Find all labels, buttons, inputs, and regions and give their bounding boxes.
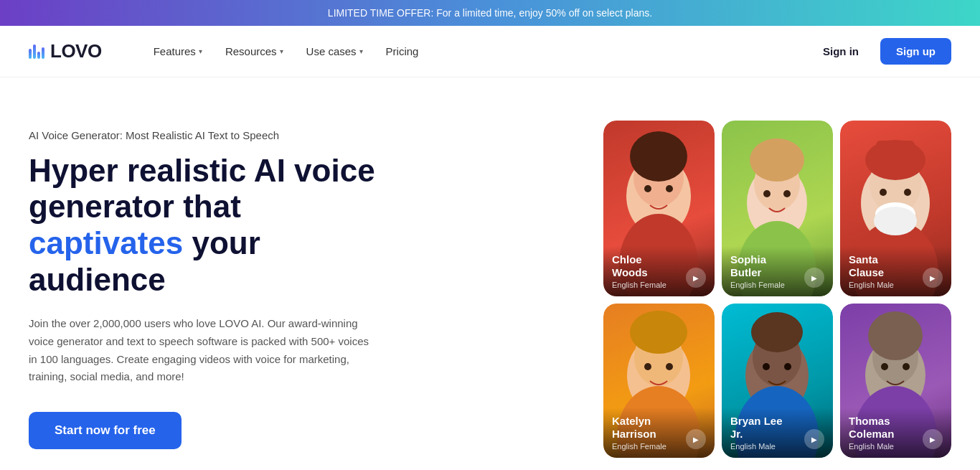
play-button-bryan[interactable]: ▶ [804, 429, 824, 449]
play-button-sophia[interactable]: ▶ [804, 268, 824, 288]
play-button-katelyn[interactable]: ▶ [686, 429, 706, 449]
chevron-down-icon: ▾ [359, 47, 363, 55]
svg-point-4 [666, 185, 673, 192]
nav-resources[interactable]: Resources ▾ [217, 39, 292, 63]
play-button-chloe[interactable]: ▶ [686, 268, 706, 288]
nav-actions: Sign in Sign up [810, 38, 951, 65]
hero-title-highlight: captivates [29, 225, 183, 260]
chevron-down-icon: ▾ [280, 47, 283, 55]
svg-point-16 [904, 189, 911, 196]
voice-card-thomas[interactable]: ThomasColeman English Male ▶ [840, 304, 951, 458]
svg-point-3 [644, 185, 651, 192]
voice-card-santa[interactable]: SantaClause English Male ▶ [840, 121, 951, 296]
nav-pricing[interactable]: Pricing [377, 39, 428, 63]
svg-point-20 [874, 207, 917, 235]
voice-cards-area: ChloeWoods English Female ▶ [402, 121, 951, 458]
hero-description: Join the over 2,000,000 users who love L… [29, 315, 373, 386]
svg-point-26 [630, 311, 687, 354]
svg-point-24 [644, 363, 651, 370]
signin-button[interactable]: Sign in [810, 39, 872, 63]
play-button-thomas[interactable]: ▶ [923, 429, 943, 449]
svg-point-10 [783, 190, 791, 197]
promo-banner: LIMITED TIME OFFER: For a limited time, … [0, 0, 980, 26]
hero-section: AI Voice Generator: Most Realistic AI Te… [0, 77, 980, 470]
svg-point-11 [750, 138, 804, 182]
voice-cards-grid: ChloeWoods English Female ▶ [603, 121, 951, 458]
svg-point-38 [868, 311, 923, 360]
hero-content: AI Voice Generator: Most Realistic AI Te… [29, 129, 402, 449]
voice-card-sophia[interactable]: SophiaButler English Female ▶ [722, 121, 833, 296]
signup-button[interactable]: Sign up [880, 38, 951, 65]
hero-subtitle: AI Voice Generator: Most Realistic AI Te… [29, 129, 402, 141]
voice-card-bryan[interactable]: Bryan LeeJr. English Male ▶ [722, 304, 833, 458]
hero-title: Hyper realistic AI voice generator that … [29, 153, 402, 298]
nav-links: Features ▾ Resources ▾ Use cases ▾ Prici… [145, 39, 810, 63]
banner-text: LIMITED TIME OFFER: For a limited time, … [328, 7, 652, 19]
logo-icon [29, 44, 44, 59]
nav-features[interactable]: Features ▾ [145, 39, 211, 63]
svg-point-9 [763, 190, 771, 197]
start-now-button[interactable]: Start now for free [29, 412, 182, 449]
svg-rect-19 [876, 141, 915, 149]
hero-title-plain: Hyper realistic AI voice generator that [29, 153, 375, 225]
svg-point-30 [763, 363, 770, 370]
logo-text: LOVO [50, 40, 102, 62]
svg-point-32 [751, 312, 803, 352]
logo[interactable]: LOVO [29, 40, 102, 62]
voice-card-chloe[interactable]: ChloeWoods English Female ▶ [603, 121, 715, 296]
play-button-santa[interactable]: ▶ [923, 268, 943, 288]
svg-point-5 [630, 131, 687, 182]
svg-point-25 [666, 363, 673, 370]
svg-point-36 [881, 363, 888, 370]
svg-point-37 [903, 363, 910, 370]
svg-point-15 [880, 189, 887, 196]
voice-card-katelyn[interactable]: KatelynHarrison English Female ▶ [603, 304, 715, 458]
navbar: LOVO Features ▾ Resources ▾ Use cases ▾ … [0, 26, 980, 77]
nav-use-cases[interactable]: Use cases ▾ [298, 39, 372, 63]
chevron-down-icon: ▾ [199, 47, 202, 55]
svg-point-31 [784, 363, 791, 370]
